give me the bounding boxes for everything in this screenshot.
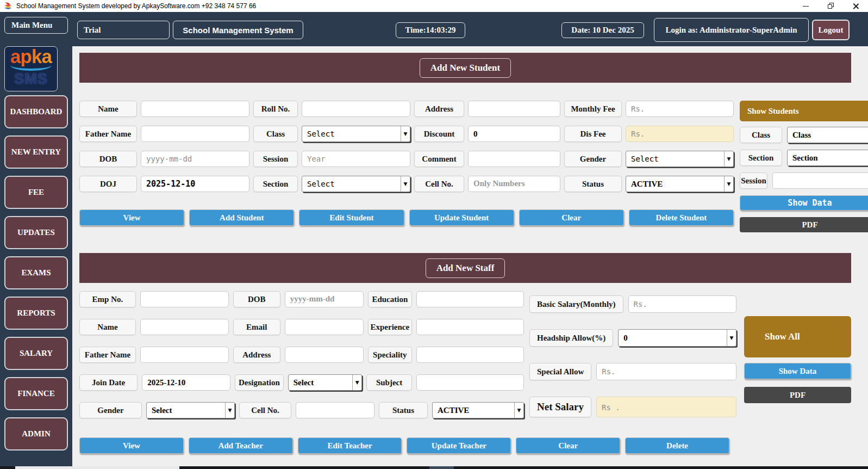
show-students-button[interactable]: Show Students	[740, 101, 868, 121]
staff-pdf-button[interactable]: PDF	[744, 387, 851, 403]
staff-speciality-input[interactable]	[416, 347, 524, 363]
add-new-student-button[interactable]: Add New Student	[420, 58, 511, 78]
sidebar: apka SMS DASHBOARD NEW ENTRY FEE UPDATES…	[0, 46, 72, 469]
staff-father-input[interactable]	[140, 347, 229, 363]
student-status-select[interactable]: ACTIVE▼	[626, 176, 734, 192]
staff-form: Emp No. DOB Education Name Email Experie…	[79, 291, 851, 434]
sidebar-item-reports[interactable]: REPORTS	[4, 297, 68, 330]
logout-button[interactable]: Logout	[812, 20, 850, 40]
student-class-label: Class	[253, 126, 298, 142]
student-father-label: Father Name	[79, 126, 137, 142]
student-monthly-fee-input[interactable]	[626, 101, 734, 117]
student-cell-label: Cell No.	[414, 176, 464, 192]
staff-show-data-button[interactable]: Show Data	[744, 363, 851, 379]
student-class-select[interactable]: Select▼	[302, 126, 410, 142]
update-teacher-button[interactable]: Update Teacher	[407, 437, 511, 454]
headship-allow-select[interactable]: 0▼	[618, 329, 736, 347]
add-new-staff-button[interactable]: Add New Staff	[426, 258, 505, 278]
student-pdf-button[interactable]: PDF	[740, 217, 868, 232]
add-student-button[interactable]: Add Student	[189, 209, 294, 226]
staff-delete-button[interactable]: Delete	[625, 437, 729, 454]
filter-section-select[interactable]: Section▼	[787, 150, 868, 166]
filter-session-input[interactable]	[772, 172, 868, 189]
chevron-down-icon: ▼	[401, 176, 410, 192]
apka-sms-logo: apka SMS	[4, 46, 58, 91]
staff-cell-input[interactable]	[296, 402, 374, 418]
basic-salary-input[interactable]	[628, 295, 736, 313]
main-menu-button[interactable]: Main Menu	[4, 17, 68, 34]
staff-join-date-input[interactable]	[142, 374, 230, 391]
sidebar-item-updates[interactable]: UPDATES	[4, 216, 68, 249]
special-allow-input[interactable]	[596, 363, 736, 380]
restore-icon[interactable]	[818, 0, 843, 12]
staff-salary-panel: Basic Salary(Monthly) Headship Allow(%) …	[524, 291, 736, 434]
staff-address-label: Address	[233, 347, 280, 363]
chevron-down-icon: ▼	[727, 330, 736, 346]
net-salary-label: Net Salary	[529, 397, 591, 417]
student-dis-fee-label: Dis Fee	[564, 126, 622, 142]
staff-email-input[interactable]	[285, 319, 364, 335]
update-student-button[interactable]: Update Student	[409, 209, 514, 226]
close-icon[interactable]	[843, 0, 868, 12]
staff-subject-input[interactable]	[416, 374, 524, 391]
staff-experience-input[interactable]	[416, 319, 524, 335]
filter-class-select[interactable]: Class▼	[787, 127, 868, 143]
logo-text-sms: SMS	[5, 71, 57, 87]
minimize-icon[interactable]	[793, 0, 818, 12]
staff-gender-label: Gender	[79, 402, 142, 418]
sidebar-item-salary[interactable]: SALARY	[4, 337, 68, 370]
student-roll-input[interactable]	[302, 101, 410, 117]
staff-designation-label: Designation	[235, 374, 284, 391]
staff-dob-input[interactable]	[285, 291, 364, 307]
student-session-input[interactable]	[302, 151, 410, 167]
sidebar-item-admin[interactable]: ADMIN	[4, 417, 68, 451]
show-all-button[interactable]: Show All	[744, 316, 851, 357]
student-doj-input[interactable]	[141, 176, 249, 192]
student-view-button[interactable]: View	[79, 209, 184, 226]
student-father-input[interactable]	[141, 126, 249, 142]
staff-name-input[interactable]	[140, 319, 229, 335]
chevron-down-icon: ▼	[724, 151, 733, 166]
staff-designation-select[interactable]: Select▼	[288, 374, 362, 391]
student-dob-input[interactable]	[141, 151, 249, 167]
student-section-banner: Add New Student	[79, 53, 851, 83]
student-comment-input[interactable]	[468, 151, 560, 167]
staff-status-select[interactable]: ACTIVE▼	[432, 402, 524, 418]
edit-student-button[interactable]: Edit Student	[299, 209, 404, 226]
delete-student-button[interactable]: Delete Student	[629, 209, 734, 226]
staff-address-input[interactable]	[285, 347, 364, 363]
staff-actions: View Add Teacher Edit Teacher Update Tea…	[79, 437, 729, 454]
staff-emp-input[interactable]	[140, 291, 229, 307]
staff-clear-button[interactable]: Clear	[516, 437, 620, 454]
student-show-data-button[interactable]: Show Data	[740, 195, 868, 211]
titlebar: School Management System developed by Ap…	[0, 0, 868, 12]
student-name-input[interactable]	[141, 101, 249, 117]
books-app-icon	[3, 2, 13, 10]
edit-teacher-button[interactable]: Edit Teacher	[298, 437, 402, 454]
sidebar-item-finance[interactable]: FINANCE	[4, 377, 68, 410]
net-salary-input[interactable]	[596, 397, 736, 417]
staff-education-input[interactable]	[416, 291, 524, 307]
window-controls	[793, 0, 868, 12]
student-section-select[interactable]: Select▼	[302, 176, 410, 192]
student-discount-label: Discount	[414, 126, 464, 142]
sidebar-item-exams[interactable]: EXAMS	[4, 256, 68, 289]
sidebar-item-fee[interactable]: FEE	[4, 176, 68, 209]
student-gender-select[interactable]: Select▼	[626, 151, 734, 167]
trial-field[interactable]: Trial	[77, 21, 170, 39]
student-actions: View Add Student Edit Student Update Stu…	[79, 209, 734, 226]
student-form: Name Roll No. Address Monthly Fee Father…	[79, 101, 851, 232]
staff-gender-select[interactable]: Select▼	[146, 402, 235, 418]
student-clear-button[interactable]: Clear	[519, 209, 624, 226]
student-session-label: Session	[253, 151, 298, 167]
student-cell-input[interactable]	[468, 176, 560, 192]
add-teacher-button[interactable]: Add Teacher	[189, 437, 293, 454]
student-address-input[interactable]	[468, 101, 560, 117]
student-discount-input[interactable]	[468, 126, 560, 142]
student-section-label: Section	[253, 176, 298, 192]
sidebar-item-new-entry[interactable]: NEW ENTRY	[4, 135, 68, 169]
student-dis-fee-input[interactable]	[626, 126, 734, 142]
sidebar-item-dashboard[interactable]: DASHBOARD	[4, 95, 68, 128]
student-status-label: Status	[564, 176, 622, 192]
staff-view-button[interactable]: View	[79, 437, 184, 454]
